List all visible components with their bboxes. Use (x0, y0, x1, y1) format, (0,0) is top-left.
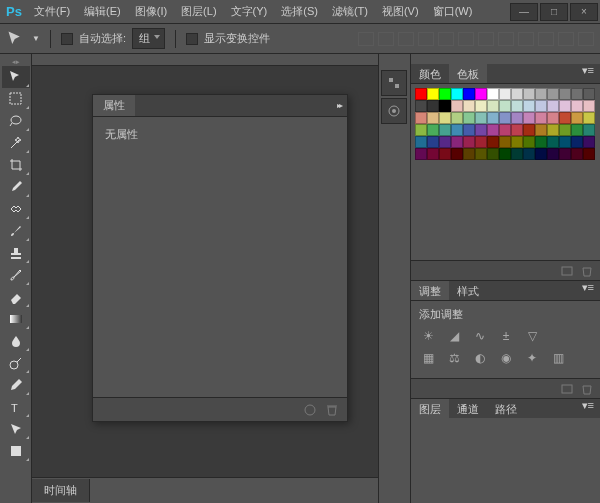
trash-icon[interactable] (580, 264, 594, 278)
swatch[interactable] (439, 88, 451, 100)
stamp-tool[interactable] (2, 242, 30, 264)
lookup-icon[interactable]: ▥ (549, 350, 567, 366)
curves-icon[interactable]: ∿ (471, 328, 489, 344)
auto-select-checkbox[interactable] (61, 33, 73, 45)
swatch[interactable] (487, 136, 499, 148)
swatch[interactable] (463, 88, 475, 100)
menu-item[interactable]: 文件(F) (28, 1, 76, 22)
swatch[interactable] (463, 112, 475, 124)
swatch[interactable] (475, 88, 487, 100)
swatch[interactable] (427, 148, 439, 160)
swatch[interactable] (547, 124, 559, 136)
styles-tab[interactable]: 样式 (449, 281, 487, 300)
swatch[interactable] (523, 148, 535, 160)
swatch[interactable] (523, 136, 535, 148)
align-icon[interactable] (398, 32, 414, 46)
swatch[interactable] (439, 148, 451, 160)
panel-menu-icon[interactable]: ▾≡ (576, 64, 600, 83)
swatch[interactable] (487, 100, 499, 112)
swatch[interactable] (451, 112, 463, 124)
menu-item[interactable]: 视图(V) (376, 1, 425, 22)
swatch[interactable] (523, 88, 535, 100)
panel-collapse-icon[interactable]: ▸▸ (331, 101, 347, 110)
color-tab[interactable]: 颜色 (411, 64, 449, 83)
swatch[interactable] (571, 124, 583, 136)
swatch[interactable] (475, 136, 487, 148)
align-icon[interactable] (358, 32, 374, 46)
marquee-tool[interactable] (2, 88, 30, 110)
swatch[interactable] (463, 148, 475, 160)
swatch[interactable] (475, 148, 487, 160)
swatch[interactable] (427, 124, 439, 136)
eyedropper-tool[interactable] (2, 176, 30, 198)
swatch[interactable] (535, 88, 547, 100)
align-icon[interactable] (538, 32, 554, 46)
swatch[interactable] (415, 88, 427, 100)
crop-tool[interactable] (2, 154, 30, 176)
trash-icon[interactable] (325, 403, 339, 417)
swatch[interactable] (583, 124, 595, 136)
swatch[interactable] (499, 124, 511, 136)
swatch[interactable] (487, 124, 499, 136)
exposure-icon[interactable]: ± (497, 328, 515, 344)
center-grip[interactable] (32, 54, 378, 66)
swatch[interactable] (511, 100, 523, 112)
swatch[interactable] (559, 100, 571, 112)
swatch[interactable] (475, 112, 487, 124)
new-swatch-icon[interactable] (560, 264, 574, 278)
menu-item[interactable]: 窗口(W) (427, 1, 479, 22)
swatch[interactable] (511, 124, 523, 136)
lasso-tool[interactable] (2, 110, 30, 132)
levels-icon[interactable]: ◢ (445, 328, 463, 344)
swatch[interactable] (499, 100, 511, 112)
swatch[interactable] (463, 124, 475, 136)
swatch[interactable] (427, 100, 439, 112)
maximize-button[interactable]: □ (540, 3, 568, 21)
swatch[interactable] (571, 112, 583, 124)
shape-tool[interactable] (2, 440, 30, 462)
swatch[interactable] (499, 112, 511, 124)
swatch[interactable] (535, 112, 547, 124)
collapsed-panel-icon[interactable] (381, 70, 407, 96)
menu-item[interactable]: 滤镜(T) (326, 1, 374, 22)
timeline-tab[interactable]: 时间轴 (32, 479, 90, 502)
minimize-button[interactable]: — (510, 3, 538, 21)
chevron-down-icon[interactable]: ▼ (32, 34, 40, 43)
eraser-tool[interactable] (2, 286, 30, 308)
close-button[interactable]: × (570, 3, 598, 21)
history-brush-tool[interactable] (2, 264, 30, 286)
swatches-tab[interactable]: 色板 (449, 64, 487, 83)
swatch[interactable] (583, 112, 595, 124)
align-icon[interactable] (458, 32, 474, 46)
swatch[interactable] (523, 112, 535, 124)
gradient-tool[interactable] (2, 308, 30, 330)
swatch[interactable] (427, 88, 439, 100)
swatch[interactable] (415, 136, 427, 148)
swatch[interactable] (427, 136, 439, 148)
layers-tab[interactable]: 图层 (411, 399, 449, 418)
dodge-tool[interactable] (2, 352, 30, 374)
menu-item[interactable]: 选择(S) (275, 1, 324, 22)
swatch[interactable] (487, 148, 499, 160)
swatch[interactable] (499, 88, 511, 100)
swatch[interactable] (547, 112, 559, 124)
panel-grip[interactable] (411, 54, 600, 64)
link-icon[interactable] (303, 403, 317, 417)
wand-tool[interactable] (2, 132, 30, 154)
align-icon[interactable] (378, 32, 394, 46)
swatch[interactable] (523, 124, 535, 136)
swatch[interactable] (583, 100, 595, 112)
swatch[interactable] (451, 124, 463, 136)
mixer-icon[interactable]: ✦ (523, 350, 541, 366)
channels-tab[interactable]: 通道 (449, 399, 487, 418)
swatch[interactable] (583, 136, 595, 148)
balance-icon[interactable]: ⚖ (445, 350, 463, 366)
swatch[interactable] (559, 124, 571, 136)
swatch[interactable] (439, 112, 451, 124)
bw-icon[interactable]: ◐ (471, 350, 489, 366)
align-icon[interactable] (578, 32, 594, 46)
swatch[interactable] (547, 148, 559, 160)
swatch[interactable] (451, 100, 463, 112)
align-icon[interactable] (558, 32, 574, 46)
swatch[interactable] (559, 148, 571, 160)
